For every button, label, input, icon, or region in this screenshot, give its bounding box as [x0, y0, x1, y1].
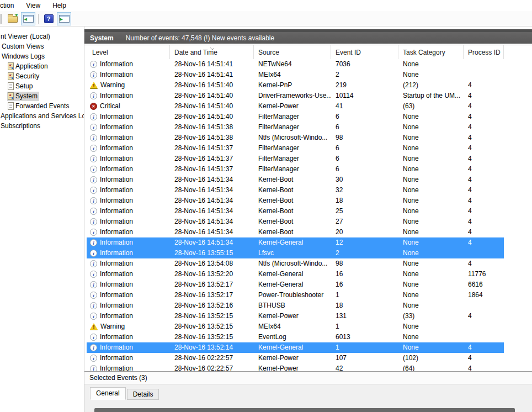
- table-row[interactable]: Information28-Nov-16 14:51:37FilterManag…: [87, 164, 504, 175]
- event-id-cell: 6: [331, 143, 398, 154]
- sidebar-item-security[interactable]: Security: [0, 71, 84, 81]
- table-row[interactable]: Information28-Nov-16 02:22:57Kernel-Powe…: [87, 353, 504, 363]
- level-cell: Information: [87, 269, 170, 279]
- event-id-cell: 107: [331, 353, 398, 363]
- table-row[interactable]: Information28-Nov-16 14:51:37FilterManag…: [87, 154, 504, 164]
- table-row[interactable]: Information28-Nov-16 14:51:38FilterManag…: [87, 122, 504, 133]
- level-label: Information: [100, 290, 133, 300]
- event-id-cell: 25: [331, 206, 398, 216]
- level-label: Information: [100, 185, 133, 196]
- task-category-cell: None: [398, 258, 464, 269]
- table-row[interactable]: Information28-Nov-16 14:51:34Kernel-Boot…: [87, 185, 504, 196]
- tab-details[interactable]: Details: [127, 389, 159, 400]
- level-cell: Information: [87, 353, 170, 363]
- table-row[interactable]: Information28-Nov-16 14:51:41NETwNe64703…: [87, 59, 504, 70]
- datetime-cell: 28-Nov-16 02:22:57: [170, 363, 254, 371]
- task-category-cell: (63): [398, 101, 464, 112]
- event-id-cell: 1: [331, 342, 398, 353]
- log-header-bar: System Number of events: 47,548 (!) New …: [84, 32, 532, 44]
- show-hide-console-tree-button[interactable]: [21, 12, 35, 25]
- event-id-cell: 131: [331, 311, 398, 321]
- table-row[interactable]: Information28-Nov-16 13:52:20Kernel-Gene…: [87, 269, 504, 279]
- table-row[interactable]: Information28-Nov-16 13:55:15Lfsvc2None: [87, 248, 504, 258]
- table-row[interactable]: Information28-Nov-16 13:54:08Ntfs (Micro…: [87, 258, 504, 269]
- log-event-count: Number of events: 47,548 (!) New events …: [126, 34, 274, 42]
- info-icon: [90, 197, 97, 204]
- show-hide-action-pane-button[interactable]: [57, 12, 71, 25]
- table-row[interactable]: Information28-Nov-16 13:52:17Kernel-Gene…: [87, 279, 504, 290]
- column-header-event-id[interactable]: Event ID: [331, 45, 398, 59]
- task-category-cell: None: [398, 300, 464, 311]
- datetime-cell: 28-Nov-16 14:51:40: [170, 101, 254, 112]
- table-row[interactable]: Information28-Nov-16 14:51:34Kernel-Boot…: [87, 216, 504, 227]
- info-icon: [90, 145, 97, 152]
- column-header-task-category[interactable]: Task Category: [398, 45, 464, 59]
- task-category-cell: None: [398, 59, 464, 70]
- sidebar-item-applications-services-logs[interactable]: Applications and Services Lo: [0, 111, 84, 121]
- table-row[interactable]: Information28-Nov-16 13:52:15EventLog601…: [87, 332, 504, 342]
- level-label: Information: [100, 269, 133, 279]
- table-row[interactable]: Information28-Nov-16 14:51:40DriverFrame…: [87, 91, 504, 101]
- table-header-row: LevelDate and TimeSourceEvent IDTask Cat…: [87, 45, 504, 59]
- sidebar-item-event-viewer-local[interactable]: nt Viewer (Local): [0, 31, 84, 41]
- table-row[interactable]: Critical28-Nov-16 14:51:40Kernel-Power41…: [87, 101, 504, 112]
- table-row[interactable]: Information28-Nov-16 14:51:41MEIx642None: [87, 70, 504, 80]
- table-row[interactable]: Warning28-Nov-16 14:51:40Kernel-PnP219(2…: [87, 80, 504, 91]
- sidebar-item-custom-views[interactable]: Custom Views: [0, 41, 84, 51]
- process-id-cell: 4: [464, 154, 504, 164]
- sort-caret-icon: [210, 46, 214, 50]
- task-category-cell: None: [398, 154, 464, 164]
- table-row[interactable]: Information28-Nov-16 13:52:17Power-Troub…: [87, 290, 504, 300]
- sidebar-item-setup[interactable]: Setup: [0, 81, 84, 91]
- table-row[interactable]: Information28-Nov-16 02:22:57Kernel-Powe…: [87, 363, 504, 371]
- table-row[interactable]: Information28-Nov-16 14:51:34Kernel-Gene…: [87, 237, 504, 248]
- help-button[interactable]: ?: [41, 12, 56, 25]
- sidebar-item-content: Setup: [7, 82, 34, 91]
- table-row[interactable]: Information28-Nov-16 14:51:40FilterManag…: [87, 112, 504, 122]
- menu-item-ction[interactable]: ction: [0, 1, 19, 10]
- menu-item-view[interactable]: View: [25, 1, 45, 10]
- menu-item-help[interactable]: Help: [52, 1, 71, 10]
- sidebar-item-subscriptions[interactable]: Subscriptions: [0, 121, 84, 131]
- info-icon: [90, 281, 97, 288]
- event-id-cell: 18: [331, 300, 398, 311]
- column-header-process-id[interactable]: Process ID: [464, 45, 504, 59]
- open-saved-log-button[interactable]: [6, 12, 20, 25]
- column-header-source[interactable]: Source: [254, 45, 331, 59]
- source-cell: Kernel-General: [254, 269, 331, 279]
- tab-general[interactable]: General: [90, 387, 126, 400]
- level-cell: Information: [87, 363, 170, 371]
- table-row[interactable]: Information28-Nov-16 13:52:14Kernel-Gene…: [87, 342, 504, 353]
- table-row[interactable]: Information28-Nov-16 14:51:37FilterManag…: [87, 143, 504, 154]
- task-category-cell: (33): [398, 311, 464, 321]
- task-category-cell: None: [398, 206, 464, 216]
- table-row[interactable]: Information28-Nov-16 14:51:34Kernel-Boot…: [87, 206, 504, 216]
- column-header-level[interactable]: Level: [87, 45, 170, 59]
- source-cell: Kernel-Power: [254, 353, 331, 363]
- info-icon: [90, 124, 97, 131]
- column-header-date-and-time[interactable]: Date and Time: [170, 45, 254, 59]
- sidebar-item-content: Applications and Services Lo: [0, 112, 84, 121]
- table-row[interactable]: Information28-Nov-16 14:51:34Kernel-Boot…: [87, 175, 504, 185]
- table-row[interactable]: Warning28-Nov-16 13:52:15MEIx641None: [87, 321, 504, 332]
- process-id-cell: 4: [464, 91, 504, 101]
- info-icon: [90, 61, 97, 68]
- sidebar-item-windows-logs[interactable]: Windows Logs: [0, 51, 84, 61]
- task-category-cell: None: [398, 321, 464, 332]
- table-row[interactable]: Information28-Nov-16 14:51:34Kernel-Boot…: [87, 227, 504, 237]
- sidebar-item-label: nt Viewer (Local): [1, 33, 50, 40]
- process-id-cell: 4: [464, 227, 504, 237]
- preview-detail-bar: [94, 408, 515, 412]
- source-cell: NETwNe64: [254, 59, 331, 70]
- sidebar-item-application[interactable]: Application: [0, 61, 84, 71]
- table-row[interactable]: Information28-Nov-16 13:52:15Kernel-Powe…: [87, 311, 504, 321]
- datetime-cell: 28-Nov-16 14:51:38: [170, 122, 254, 133]
- table-row[interactable]: Information28-Nov-16 14:51:34Kernel-Boot…: [87, 196, 504, 206]
- info-icon: [90, 365, 97, 371]
- table-row[interactable]: Information28-Nov-16 13:52:16BTHUSB18Non…: [87, 300, 504, 311]
- datetime-cell: 28-Nov-16 14:51:41: [170, 59, 254, 70]
- table-row[interactable]: Information28-Nov-16 14:51:38Ntfs (Micro…: [87, 133, 504, 143]
- info-icon: [90, 334, 97, 341]
- sidebar-item-system[interactable]: System: [0, 91, 84, 101]
- sidebar-item-forwarded-events[interactable]: Forwarded Events: [0, 101, 84, 111]
